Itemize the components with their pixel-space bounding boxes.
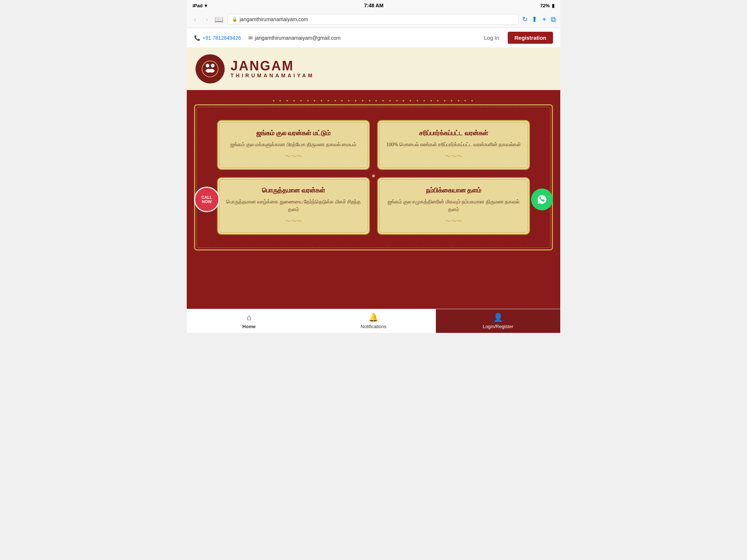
lock-icon: 🔒 <box>232 17 237 22</box>
contact-email: ✉ jangamthirumanamaiyam@gmail.com <box>248 35 341 41</box>
call-now-line1: CALL <box>201 195 212 199</box>
card-verified[interactable]: சரிப்பார்க்கப்பட்ட வரன்கள் 100% மொபைல் எ… <box>377 120 530 170</box>
card-jangam-only[interactable]: ஜங்கம் குல வரன்கள் மட்டும் ஜங்கம் குல மக… <box>217 120 370 170</box>
card-4-title: நம்பிக்கையான தளம் <box>385 187 522 194</box>
card-2-desc: 100% மொபைல் எண்கள் சரிப்பார்க்கப்பட்ட வர… <box>385 141 522 148</box>
refresh-button[interactable]: ↻ <box>522 15 528 23</box>
battery-icon: ▮ <box>552 3 554 8</box>
contact-bar: 📞 +91 7812849426 ✉ jangamthirumanamaiyam… <box>187 28 560 48</box>
cards-grid: ஜங்கம் குல வரன்கள் மட்டும் ஜங்கம் குல மக… <box>202 113 545 242</box>
card-matching[interactable]: பொருத்தமான வரன்கள் பொருத்தமான வாழ்க்கை த… <box>217 177 370 235</box>
card-3-title: பொருத்தமான வரன்கள் <box>225 187 362 194</box>
status-time: 7:48 AM <box>364 3 383 8</box>
tabs-button[interactable]: ⧉ <box>551 15 556 24</box>
svg-point-0 <box>202 61 218 77</box>
call-now-button[interactable]: CALL NOW <box>194 187 220 212</box>
svg-point-9 <box>372 174 375 177</box>
tab-notifications[interactable]: 🔔 Notifications <box>311 309 436 333</box>
notifications-label: Notifications <box>361 324 387 329</box>
center-flower-decoration <box>366 168 381 186</box>
card-3-desc: பொருத்தமான வாழ்க்கை துணையை தேர்ந்தெடுக்க… <box>225 198 362 213</box>
logo-text-block: JANGAM THIRUMANAMAIYAM <box>231 59 314 78</box>
tab-bar: ⌂ Home 🔔 Notifications 👤 Login/Register <box>187 309 560 333</box>
svg-point-8 <box>375 174 381 178</box>
svg-point-1 <box>206 64 209 67</box>
phone-icon: 📞 <box>194 35 200 41</box>
url-text: jangamthirumanamaiyam.com <box>240 16 308 22</box>
back-button[interactable]: ‹ <box>191 14 199 25</box>
card-3-deco: 〜〜〜 <box>225 218 362 225</box>
whatsapp-button[interactable] <box>531 188 553 210</box>
hero-dots-top: ✦ ✦ ✦ ✦ ✦ ✦ ✦ ✦ ✦ ✦ ✦ ✦ ✦ ✦ ✦ ✦ ✦ ✦ ✦ ✦ … <box>194 97 553 104</box>
login-button[interactable]: Log In <box>480 32 504 43</box>
logo-subtitle: THIRUMANAMAIYAM <box>231 73 314 78</box>
svg-point-5 <box>372 168 375 174</box>
hero-section: ✦ ✦ ✦ ✦ ✦ ✦ ✦ ✦ ✦ ✦ ✦ ✦ ✦ ✦ ✦ ✦ ✦ ✦ ✦ ✦ … <box>187 90 560 309</box>
svg-point-2 <box>211 64 214 67</box>
logo-title: JANGAM <box>231 59 314 73</box>
logo-circle <box>196 54 225 83</box>
svg-point-6 <box>372 177 375 183</box>
email-address: jangamthirumanamaiyam@gmail.com <box>255 35 341 41</box>
share-button[interactable]: ⬆ <box>531 15 538 24</box>
call-now-line2: NOW <box>202 199 212 204</box>
notifications-icon: 🔔 <box>368 313 378 322</box>
logo-svg <box>201 60 219 78</box>
url-bar[interactable]: 🔒 jangamthirumanamaiyam.com <box>227 14 519 25</box>
contact-info: 📞 +91 7812849426 ✉ jangamthirumanamaiyam… <box>194 35 341 41</box>
login-icon: 👤 <box>493 313 503 322</box>
battery-percent: 72% <box>540 3 550 8</box>
status-ipad: iPad <box>193 3 202 8</box>
card-4-deco: 〜〜〜 <box>385 218 522 225</box>
svg-point-7 <box>366 174 372 178</box>
contact-actions: Log In Registration <box>480 32 553 44</box>
browser-bar: ‹ › 📖 🔒 jangamthirumanamaiyam.com ↻ ⬆ + … <box>187 11 560 28</box>
status-bar: iPad ▾ 7:48 AM 72% ▮ <box>187 0 560 11</box>
logo-header: JANGAM THIRUMANAMAIYAM <box>187 48 560 90</box>
add-tab-button[interactable]: + <box>542 15 546 24</box>
card-2-deco: 〜〜〜 <box>385 153 522 160</box>
bookmarks-button[interactable]: 📖 <box>214 15 224 24</box>
phone-number: +91 7812849426 <box>202 35 241 41</box>
forward-button[interactable]: › <box>203 14 211 25</box>
login-label: Login/Register <box>483 324 513 329</box>
card-1-desc: ஜங்கம் குல மக்களுக்கான பிரத்யேக திருமண த… <box>225 141 362 148</box>
home-icon: ⌂ <box>247 313 251 322</box>
home-label: Home <box>243 324 256 329</box>
tab-home[interactable]: ⌂ Home <box>187 309 311 333</box>
card-4-desc: ஜங்கம் குல சமுகத்தினரின் மிகவும் நம்பகமா… <box>385 198 522 213</box>
card-trusted[interactable]: நம்பிக்கையான தளம் ஜங்கம் குல சமுகத்தினரி… <box>377 177 530 235</box>
contact-phone: 📞 +91 7812849426 <box>194 35 241 41</box>
hero-border-frame: ஜங்கம் குல வரன்கள் மட்டும் ஜங்கம் குல மக… <box>194 104 553 250</box>
register-button[interactable]: Registration <box>508 32 553 44</box>
card-2-title: சரிப்பார்க்கப்பட்ட வரன்கள் <box>385 129 522 137</box>
wifi-icon: ▾ <box>205 3 207 8</box>
card-1-deco: 〜〜〜 <box>225 153 362 160</box>
card-1-title: ஜங்கம் குல வரன்கள் மட்டும் <box>225 129 362 137</box>
tab-login-register[interactable]: 👤 Login/Register <box>436 309 560 333</box>
email-icon: ✉ <box>248 35 253 41</box>
